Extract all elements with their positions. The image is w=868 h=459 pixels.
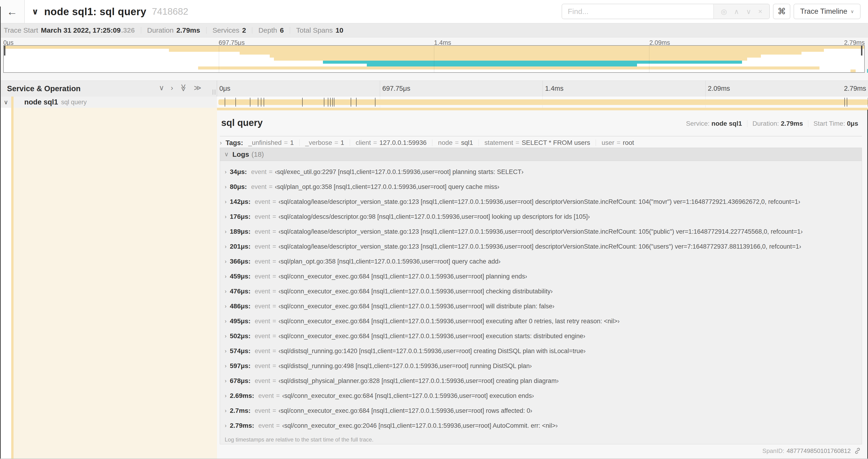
detail-meta-separator [808,120,808,127]
minimap-viewport[interactable] [3,45,865,73]
trace-title-group[interactable]: ∨ node sql1: sql query 7418682 [32,0,188,23]
tag-separator [596,139,596,146]
log-timestamp: 176μs: [230,213,251,220]
timeline-ruler-ticks: 0μs697.75μs1.4ms2.09ms2.79ms [217,80,868,97]
logs-accordion-header[interactable]: ∨ Logs (18) [220,148,862,161]
log-field-key: event [255,273,270,280]
search-input[interactable] [562,4,713,19]
log-eq: = [273,362,276,370]
collapse-one-icon[interactable]: ∨ [159,84,164,91]
log-row[interactable]: ›502μs:event=‹sql/conn_executor_exec.go:… [220,329,862,343]
find-group: ◎∧∨× [562,4,770,19]
log-expand-icon[interactable]: › [225,348,226,354]
log-expand-icon[interactable]: › [225,318,226,324]
ruler-tick-label: 2.09ms [705,80,730,97]
log-expand-icon[interactable]: › [225,288,226,295]
log-expand-icon[interactable]: › [225,393,226,399]
span-duration-bar[interactable] [218,99,868,105]
clear-search-icon[interactable]: × [758,7,763,15]
viewport-left-handle[interactable] [4,46,5,56]
log-field-key: event [255,198,270,205]
log-field-key: event [258,422,274,429]
log-expand-icon[interactable]: › [225,228,226,235]
meta-separator [290,27,290,34]
log-expand-icon[interactable]: › [225,198,226,205]
expand-one-icon[interactable]: › [171,84,173,91]
collapse-all-icon[interactable]: ≫ [180,84,187,91]
log-timestamp: 201μs: [230,243,251,250]
log-eq: = [273,348,276,355]
log-row[interactable]: ›80μs:event=‹sql/plan_opt.go:358 [nsql1,… [220,179,862,194]
log-row[interactable]: ›142μs:event=‹sql/catalog/lease/descript… [220,194,862,209]
log-eq: = [273,243,276,250]
span-name-cell[interactable]: ∨ node sql1 sql query [0,97,217,108]
log-row[interactable]: ›476μs:event=‹sql/conn_executor_exec.go:… [220,284,862,299]
next-result-icon[interactable]: ∨ [746,7,751,15]
tags-label: Tags: [226,139,243,147]
span-bar-cell[interactable] [217,97,868,108]
log-row[interactable]: ›2.79ms:event=‹sql/conn_executor_exec.go… [220,418,862,433]
log-row[interactable]: ›2.69ms:event=‹sql/conn_executor_exec.go… [220,388,862,403]
log-expand-icon[interactable]: › [225,333,226,339]
title-chevron-down-icon[interactable]: ∨ [32,7,38,17]
detail-operation-title: sql query [221,118,263,128]
log-expand-icon[interactable]: › [225,243,226,250]
log-field-value: ‹sql/distsql_running.go:1420 [nsql1,clie… [279,348,586,355]
log-row[interactable]: ›678μs:event=‹sql/distsql_physical_plann… [220,373,862,388]
prev-result-icon[interactable]: ∧ [734,7,739,15]
log-eq: = [269,168,273,176]
column-resizer-grip[interactable] [213,90,215,95]
log-eq: = [276,422,280,429]
expand-all-icon[interactable]: ≫ [194,84,202,91]
logs-count: (18) [251,151,264,158]
log-row[interactable]: ›366μs:event=‹sql/plan_opt.go:358 [nsql1… [220,254,862,269]
log-row[interactable]: ›201μs:event=‹sql/catalog/lease/descript… [220,239,862,254]
span-collapse-chevron-icon[interactable]: ∨ [4,99,8,106]
tags-expand-icon[interactable]: › [220,139,222,146]
deep-link-icon[interactable] [854,447,861,454]
log-timestamp: 495μs: [230,318,251,325]
log-field-key: event [251,183,267,191]
log-row[interactable]: ›189μs:event=‹sql/catalog/lease/descript… [220,224,862,239]
log-row[interactable]: ›486μs:event=‹sql/conn_executor_exec.go:… [220,299,862,314]
trace-view-selector[interactable]: Trace Timeline ∨ [794,4,861,19]
log-row[interactable]: ›574μs:event=‹sql/distsql_running.go:142… [220,343,862,358]
tags-accordion[interactable]: › Tags: _unfinished=1_verbose=1client=12… [220,137,634,148]
log-timestamp: 80μs: [230,183,247,191]
log-field-key: event [255,288,270,295]
locate-icon[interactable]: ◎ [721,7,727,15]
log-expand-icon[interactable]: › [225,407,226,414]
keyboard-shortcuts-button[interactable]: ⌘ [773,4,790,19]
meta-label: Total Spans [296,26,333,34]
meta-label: Depth [258,26,277,34]
span-service-name: node sql1 [24,98,58,106]
log-row[interactable]: ›459μs:event=‹sql/conn_executor_exec.go:… [220,269,862,284]
log-row[interactable]: ›495μs:event=‹sql/conn_executor_exec.go:… [220,314,862,329]
log-expand-icon[interactable]: › [225,184,226,190]
log-eq: = [273,288,276,295]
logs-collapse-icon[interactable]: ∨ [224,151,229,158]
log-eq: = [273,378,276,385]
log-field-key: event [255,303,270,310]
span-row: ∨ node sql1 sql query [0,97,868,108]
back-button[interactable]: ← [0,0,25,23]
log-expand-icon[interactable]: › [225,378,226,384]
log-eq: = [273,273,276,280]
log-expand-icon[interactable]: › [225,363,226,369]
minimap-span-bar [270,55,761,58]
log-expand-icon[interactable]: › [225,258,226,265]
log-expand-icon[interactable]: › [225,169,226,175]
log-row[interactable]: ›176μs:event=‹sql/catalog/descs/descript… [220,209,862,224]
log-row[interactable]: ›34μs:event=‹sql/exec_util.go:2297 [nsql… [220,164,862,179]
meta-separator [206,27,207,34]
viewport-right-handle[interactable] [861,46,862,56]
log-expand-icon[interactable]: › [225,422,226,429]
log-row[interactable]: ›2.7ms:event=‹sql/conn_executor_exec.go:… [220,403,862,418]
log-expand-icon[interactable]: › [225,273,226,280]
log-field-value: ‹sql/conn_executor_exec.go:2046 [nsql1,c… [282,422,558,429]
log-row[interactable]: ›597μs:event=‹sql/distsql_running.go:498… [220,358,862,373]
log-expand-icon[interactable]: › [225,214,226,220]
ruler-tick-label: 2.79ms [844,80,866,97]
log-expand-icon[interactable]: › [225,303,226,309]
detail-row-accent-bar [217,108,868,110]
